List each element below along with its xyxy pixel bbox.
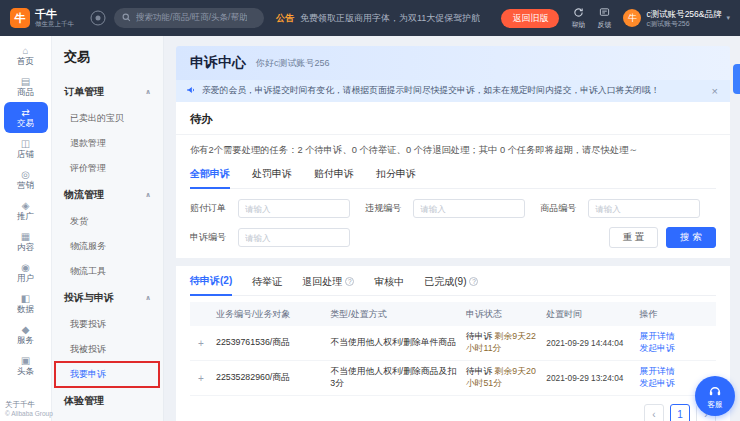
- info-icon: ?: [345, 277, 354, 286]
- submenu-item-complained-against-me[interactable]: 我被投诉: [52, 337, 163, 362]
- field-violation-number: 违规编号: [365, 199, 540, 218]
- chevron-up-icon: ∧: [145, 191, 151, 199]
- close-icon[interactable]: ×: [710, 85, 720, 97]
- sidebar-item-service[interactable]: ◆ 服务: [4, 319, 48, 350]
- global-search-input[interactable]: 搜索功能/商品/旺商/头条/帮助: [114, 8, 264, 28]
- tab-point-deduction-appeals[interactable]: 扣分申诉: [376, 167, 416, 188]
- sidebar-item-goods[interactable]: ▤ 商品: [4, 71, 48, 102]
- submenu-item-sold-items[interactable]: 已卖出的宝贝: [52, 106, 163, 131]
- table-row: + 22539761536/商品 不当使用他人权利/删除单件商品 待申诉 剩余9…: [190, 326, 716, 361]
- chevron-up-icon: ∧: [145, 294, 151, 302]
- submenu-item-logistics-tools[interactable]: 物流工具: [52, 259, 163, 284]
- info-icon: ?: [469, 277, 478, 286]
- customer-service-button[interactable]: 客服: [695, 376, 735, 416]
- appeal-number-input[interactable]: [238, 228, 350, 247]
- trade-icon: ⇄: [21, 107, 29, 118]
- account-menu[interactable]: 牛 c测试账号256&品牌 c测试账号256 ▾: [623, 9, 730, 28]
- table-header-type: 类型/处置方式: [326, 308, 462, 321]
- feedback-label: 反馈: [597, 20, 611, 30]
- avatar: 牛: [623, 9, 641, 27]
- sidebar-item-shop[interactable]: ◫ 店铺: [4, 133, 48, 164]
- page-title: 申诉中心: [190, 54, 246, 72]
- help-button[interactable]: 帮助: [571, 7, 585, 30]
- search-button[interactable]: 搜 索: [666, 227, 716, 248]
- logo-subtitle: 做生意上千牛: [35, 20, 74, 28]
- tab-punishment-appeals[interactable]: 处罚申诉: [252, 167, 292, 188]
- account-subname: c测试账号256: [646, 19, 721, 28]
- trade-submenu: 交易 订单管理 ∧ 已卖出的宝贝 退款管理 评价管理 物流管理 ∧ 发货 物流服…: [52, 36, 164, 421]
- chevron-down-icon: ▾: [726, 14, 730, 22]
- submenu-item-i-complain[interactable]: 我要投诉: [52, 312, 163, 337]
- sidebar-item-trade[interactable]: ⇄ 交易: [4, 102, 48, 133]
- violation-number-input[interactable]: [413, 199, 525, 218]
- sidebar-footer: 关于千牛 © Alibaba Group: [5, 400, 77, 417]
- table-header-business-id: 业务编号/业务对象: [212, 308, 326, 321]
- start-appeal-link[interactable]: 发起申诉: [640, 378, 675, 388]
- expand-row-icon[interactable]: +: [190, 338, 212, 349]
- marketing-icon: ◎: [21, 169, 30, 180]
- submenu-title: 交易: [52, 44, 163, 78]
- submenu-group-complaints-appeals[interactable]: 投诉与申诉 ∧: [52, 284, 163, 312]
- submenu-item-my-appeal[interactable]: 我要申诉: [52, 362, 163, 387]
- cell-actions: 展开详情 发起申诉: [636, 331, 716, 355]
- sidebar-item-marketing[interactable]: ◎ 营销: [4, 164, 48, 195]
- cell-status: 待申诉 剩余9天20小时51分: [462, 366, 542, 390]
- back-to-old-version-button[interactable]: 返回旧版: [501, 9, 559, 28]
- feedback-icon: [599, 7, 610, 19]
- todo-title: 待办: [176, 110, 730, 135]
- appeal-status-tabs: 待申诉(2) 待举证 退回处理 ? 审核中 已完成(9) ?: [190, 274, 716, 296]
- sidebar-item-users[interactable]: ◉ 用户: [4, 257, 48, 288]
- users-icon: ◉: [21, 262, 30, 273]
- appeal-center-header: 申诉中心 你好c测试账号256: [176, 46, 730, 80]
- reset-button[interactable]: 重 置: [609, 227, 659, 248]
- status-tab-returned[interactable]: 退回处理 ?: [302, 274, 354, 295]
- submenu-item-review-management[interactable]: 评价管理: [52, 156, 163, 181]
- tab-all-appeals[interactable]: 全部申诉: [190, 167, 230, 189]
- search-filter-form: 赔付订单 违规编号 商品编号 申诉编号 重 置: [190, 199, 716, 248]
- appeal-table: 业务编号/业务对象 类型/处置方式 申诉状态 处置时间 操作 + 2253976…: [190, 302, 716, 396]
- tab-compensation-appeals[interactable]: 赔付申诉: [314, 167, 354, 188]
- logo-title: 千牛: [35, 8, 74, 20]
- compensation-order-input[interactable]: [238, 199, 350, 218]
- status-tab-under-review[interactable]: 审核中: [374, 274, 404, 295]
- status-tab-pending-evidence[interactable]: 待举证: [252, 274, 282, 295]
- previous-page-button[interactable]: ‹: [644, 404, 664, 421]
- announcement-text: 免费领取正版商用字体，为双11大促保驾护航: [300, 12, 480, 25]
- about-qianniu-link[interactable]: 关于千牛: [5, 400, 77, 410]
- todo-summary-text: 你有2个需要处理的任务：2 个待申诉、0 个待举证、0 个待退回处理；其中 0 …: [190, 144, 716, 157]
- topbar: 牛 千牛 做生意上千牛 搜索功能/商品/旺商/头条/帮助 公告 免费领取正版商用…: [0, 0, 740, 36]
- qianniu-logo[interactable]: 牛 千牛 做生意上千牛: [10, 8, 90, 28]
- sidebar-item-content[interactable]: ▦ 内容: [4, 226, 48, 257]
- announcement-bar[interactable]: 公告 免费领取正版商用字体，为双11大促保驾护航: [276, 12, 480, 25]
- submenu-group-logistics[interactable]: 物流管理 ∧: [52, 181, 163, 209]
- submenu-item-shipping[interactable]: 发货: [52, 209, 163, 234]
- feedback-button[interactable]: 反馈: [597, 7, 611, 30]
- promotion-icon: ◈: [22, 200, 30, 211]
- sidebar-item-news[interactable]: ▣ 头条: [4, 350, 48, 381]
- cell-business-id: 22539761536/商品: [212, 337, 326, 349]
- sidebar-item-data[interactable]: ◧ 数据: [4, 288, 48, 319]
- shop-icon: ◫: [21, 138, 30, 149]
- primary-sidebar: ⌂ 首页 ▤ 商品 ⇄ 交易 ◫ 店铺 ◎ 营销 ◈ 推广 ▦ 内容 ◉ 用户 …: [0, 36, 52, 421]
- sidebar-item-promotion[interactable]: ◈ 推广: [4, 195, 48, 226]
- page-number-1[interactable]: 1: [670, 404, 690, 421]
- chevron-up-icon: ∧: [145, 88, 151, 96]
- table-header-row: 业务编号/业务对象 类型/处置方式 申诉状态 处置时间 操作: [190, 302, 716, 326]
- submenu-item-refund-management[interactable]: 退款管理: [52, 131, 163, 156]
- notice-banner: 亲爱的会员，申诉提交时间有变化，请根据页面提示时间尽快提交申诉，如未在规定时间内…: [176, 80, 730, 102]
- table-header-time: 处置时间: [542, 308, 635, 321]
- sidebar-item-home[interactable]: ⌂ 首页: [4, 40, 48, 71]
- submenu-item-logistics-service[interactable]: 物流服务: [52, 234, 163, 259]
- expand-details-link[interactable]: 展开详情: [640, 331, 675, 341]
- workbench-icon[interactable]: [90, 10, 106, 26]
- item-number-input[interactable]: [588, 199, 700, 218]
- status-tab-pending-appeal[interactable]: 待申诉(2): [190, 274, 232, 296]
- expand-row-icon[interactable]: +: [190, 373, 212, 384]
- status-tab-completed[interactable]: 已完成(9) ?: [424, 274, 478, 295]
- start-appeal-link[interactable]: 发起申诉: [640, 343, 675, 353]
- collapsed-side-widget[interactable]: [733, 64, 740, 94]
- refresh-icon: [573, 7, 584, 19]
- expand-details-link[interactable]: 展开详情: [640, 366, 675, 376]
- submenu-group-order-management[interactable]: 订单管理 ∧: [52, 78, 163, 106]
- goods-icon: ▤: [21, 76, 30, 87]
